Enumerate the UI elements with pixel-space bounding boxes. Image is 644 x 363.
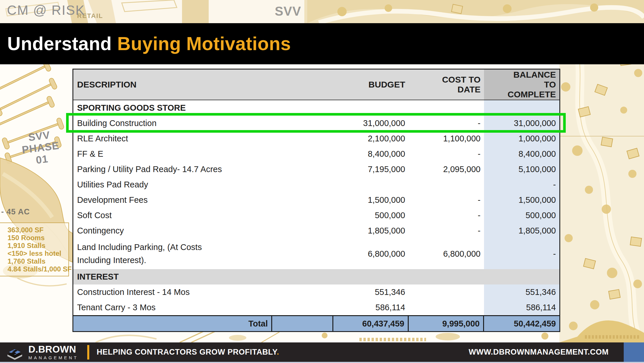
cell-cost: 6,800,000 bbox=[409, 238, 484, 269]
cell-balance: - bbox=[484, 238, 559, 269]
eyebrow-label: CM @ RISK bbox=[7, 2, 85, 18]
cell-cost: 1,100,000 bbox=[409, 131, 484, 146]
cell-budget: 31,000,000 bbox=[333, 116, 409, 131]
dbrown-logo bbox=[5, 344, 24, 361]
cell-cost bbox=[409, 269, 484, 284]
table-row: Development Fees 1,500,000 - 1,500,000 bbox=[73, 192, 559, 208]
table-row-section: SPORTING GOODS STORE bbox=[73, 100, 559, 116]
cell-budget: 500,000 bbox=[333, 208, 409, 223]
table-row: Contingency 1,805,000 - 1,805,000 bbox=[73, 223, 559, 238]
cell-description: Land Including Parking, (At Costs Includ… bbox=[77, 241, 213, 267]
cell-budget: 8,400,000 bbox=[333, 146, 409, 162]
table-row: Utilities Pad Ready - bbox=[73, 177, 559, 192]
map-label-phase: SVV PHASE 01 bbox=[14, 127, 67, 168]
map-stat: 4.84 Stalls/1,000 SF bbox=[8, 265, 66, 273]
cell-description: Development Fees bbox=[73, 192, 333, 208]
table-row: FF & E 8,400,000 - 8,400,000 bbox=[73, 146, 559, 162]
map-label-acreage: - 45 AC bbox=[1, 207, 30, 216]
slide: CM @ RISK SVV RETAIL UnderstandBuying Mo… bbox=[0, 0, 644, 363]
title-part-gold: Buying Motivations bbox=[117, 33, 291, 54]
brand-name: D.BROWN bbox=[28, 344, 79, 354]
cell-description: Construction Interest - 14 Mos bbox=[73, 284, 333, 300]
footer-tagline-period: . bbox=[277, 348, 279, 356]
cell-description: INTEREST bbox=[73, 269, 333, 284]
cell-balance: 586,114 bbox=[484, 300, 559, 315]
table-row: Land Including Parking, (At Costs Includ… bbox=[73, 238, 559, 269]
footer-divider bbox=[87, 345, 89, 360]
cell-budget: 551,346 bbox=[333, 284, 409, 300]
total-label: Total bbox=[73, 316, 272, 331]
header-balance-to-complete-text: BALANCE TO COMPLETE bbox=[500, 70, 556, 99]
total-balance: 50,442,459 bbox=[484, 316, 559, 331]
table-row: RLE Architect 2,100,000 1,100,000 1,000,… bbox=[73, 131, 559, 146]
map-label-svv: SVV bbox=[275, 4, 301, 19]
footer-tagline: HELPING CONTRACTORS GROW PROFITABLY. bbox=[97, 348, 279, 357]
cell-balance bbox=[484, 269, 559, 284]
cell-balance bbox=[484, 100, 559, 116]
cell-cost: - bbox=[409, 192, 484, 208]
cell-cost bbox=[409, 300, 484, 315]
cell-budget: 2,100,000 bbox=[333, 131, 409, 146]
cell-description: Utilities Pad Ready bbox=[73, 177, 333, 192]
cell-description: Building Construction bbox=[73, 116, 333, 131]
cell-description: Contingency bbox=[73, 223, 333, 238]
map-stat: 363,000 SF bbox=[8, 226, 66, 234]
cell-description: RLE Architect bbox=[73, 131, 333, 146]
cell-balance: 31,000,000 bbox=[484, 116, 559, 131]
footer-tagline-text: HELPING CONTRACTORS GROW PROFITABLY bbox=[97, 348, 277, 356]
cell-budget bbox=[333, 269, 409, 284]
total-budget: 60,437,459 bbox=[333, 316, 409, 331]
table-total-row: Total 60,437,459 9,995,000 50,442,459 bbox=[73, 315, 559, 331]
map-stat: 1,910 Stalls bbox=[8, 242, 66, 249]
map-stat: 150 Rooms bbox=[8, 234, 66, 242]
table-row-highlighted: Building Construction 31,000,000 - 31,00… bbox=[73, 116, 559, 131]
header-cost-to-date: COST TO DATE bbox=[409, 70, 484, 100]
cell-balance: 8,400,000 bbox=[484, 146, 559, 162]
cell-cost: - bbox=[409, 146, 484, 162]
footer-accent-block bbox=[624, 342, 644, 362]
cell-balance: 5,100,000 bbox=[484, 162, 559, 177]
cell-description: SPORTING GOODS STORE bbox=[73, 100, 333, 116]
cell-description: FF & E bbox=[73, 146, 333, 162]
footer-bar: D.BROWN MANAGEMENT HELPING CONTRACTORS G… bbox=[0, 342, 644, 362]
header-balance-to-complete: BALANCE TO COMPLETE bbox=[484, 70, 559, 100]
budget-table: DESCRIPTION BUDGET COST TO DATE BALANCE … bbox=[72, 69, 560, 332]
cell-cost: 2,095,000 bbox=[409, 162, 484, 177]
header-cost-to-date-text: COST TO DATE bbox=[437, 75, 481, 94]
cell-budget bbox=[333, 100, 409, 116]
cell-budget bbox=[333, 177, 409, 192]
cell-cost: - bbox=[409, 208, 484, 223]
cell-budget: 6,800,000 bbox=[333, 238, 409, 269]
cell-budget: 586,114 bbox=[333, 300, 409, 315]
map-stats-box: 363,000 SF 150 Rooms 1,910 Stalls <150> … bbox=[0, 222, 69, 276]
cell-cost bbox=[409, 284, 484, 300]
cell-balance: 500,000 bbox=[484, 208, 559, 223]
bottom-strip bbox=[0, 362, 644, 363]
table-header-row: DESCRIPTION BUDGET COST TO DATE BALANCE … bbox=[73, 70, 559, 100]
brand-block: D.BROWN MANAGEMENT bbox=[28, 344, 79, 360]
cell-balance: 551,346 bbox=[484, 284, 559, 300]
cell-cost bbox=[409, 100, 484, 116]
cell-budget: 7,195,000 bbox=[333, 162, 409, 177]
total-gap-cell bbox=[272, 316, 333, 331]
brand-subtitle: MANAGEMENT bbox=[28, 355, 79, 360]
cell-description: Soft Cost bbox=[73, 208, 333, 223]
table-row: Parking / Utility Pad Ready- 14.7 Acres … bbox=[73, 162, 559, 177]
cell-balance: - bbox=[484, 177, 559, 192]
title-part-white: Understand bbox=[7, 33, 112, 54]
cell-description: Parking / Utility Pad Ready- 14.7 Acres bbox=[73, 162, 333, 177]
cell-budget: 1,805,000 bbox=[333, 223, 409, 238]
cell-description: Tenant Carry - 3 Mos bbox=[73, 300, 333, 315]
footer-url: WWW.DBROWNMANAGEMENT.COM bbox=[469, 348, 609, 357]
table-row: Construction Interest - 14 Mos 551,346 5… bbox=[73, 284, 559, 300]
map-stat: <150> less hotel bbox=[8, 249, 66, 257]
cell-cost: - bbox=[409, 116, 484, 131]
table-row-section: INTEREST bbox=[73, 269, 559, 284]
header-description: DESCRIPTION bbox=[73, 70, 333, 100]
total-cost: 9,995,000 bbox=[409, 316, 484, 331]
title-band: UnderstandBuying Motivations bbox=[0, 23, 644, 64]
map-stat: 1,760 Stalls bbox=[8, 257, 66, 265]
cell-balance: 1,500,000 bbox=[484, 192, 559, 208]
table-row: Soft Cost 500,000 - 500,000 bbox=[73, 208, 559, 223]
header-budget: BUDGET bbox=[333, 70, 409, 100]
